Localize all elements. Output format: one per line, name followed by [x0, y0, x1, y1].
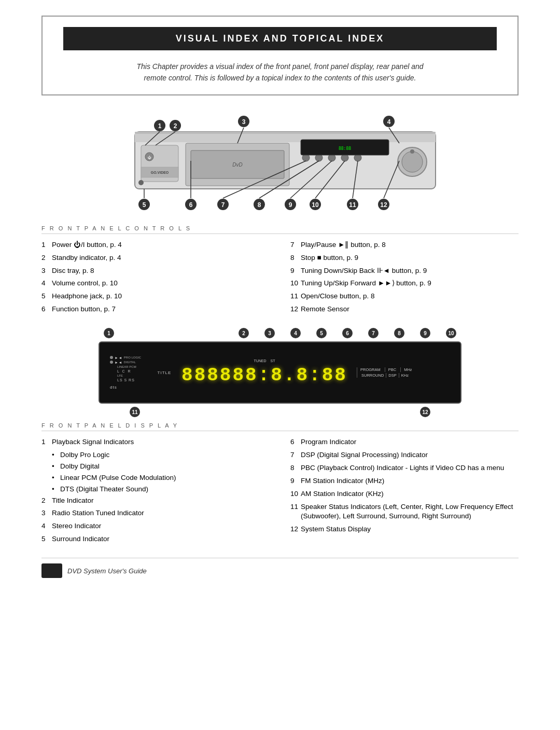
list-item: 4 Volume control, p. 10 [41, 279, 270, 288]
list-item: 10 Tuning Up/Skip Forward ►►⟩ button, p.… [290, 279, 519, 288]
program-label: PROGRAM [360, 367, 381, 372]
svg-text:7: 7 [221, 201, 225, 209]
list-item: 9 Tuning Down/Skip Back ⊪◄ button, p. 9 [290, 266, 519, 276]
list-item: 3 Disc tray, p. 8 [41, 266, 270, 276]
list-item: 1 Power ⏻/I button, p. 4 [41, 240, 270, 250]
display-callout-9: 9 [420, 328, 430, 338]
bullet-item: • Dolby Digital [41, 462, 270, 472]
display-callout-4: 4 [290, 328, 301, 338]
list-item: 8 Stop ■ button, p. 9 [290, 253, 519, 263]
bullet-item: • DTS (Digital Theater Sound) [41, 485, 270, 494]
stereo-indicator-text: Stereo Indicator [52, 521, 270, 531]
footer-logo-box [41, 563, 62, 578]
list-item: 10 AM Station Indicator (KHz) [290, 489, 519, 499]
khz-label: KHz [399, 373, 409, 378]
list-item: 5 Surround Indicator [41, 534, 270, 544]
footer-text: DVD System User's Guide [67, 567, 147, 575]
display-callout-1: 1 [104, 328, 114, 338]
svg-text:9: 9 [289, 201, 292, 209]
tuned-label: TUNED [254, 359, 266, 363]
svg-text:GO.VIDEO: GO.VIDEO [151, 171, 169, 174]
title-indicator-text: Title Indicator [52, 496, 270, 506]
list-item: 12 Remote Sensor [290, 305, 519, 314]
list-item: 11 Open/Close button, p. 8 [290, 292, 519, 301]
controls-section-title: F R O N T P A N E L C O N T R O L S [41, 225, 519, 234]
chapter-subtitle: This Chapter provides a visual index of … [63, 61, 497, 84]
fpd-section-title: F R O N T P A N E L D I S P L A Y [41, 422, 519, 431]
display-digits: 888888:8.8:88 [181, 365, 347, 386]
dsp-label: DSP [386, 373, 396, 378]
pbc-label: PBC [385, 367, 396, 372]
svg-point-28 [410, 149, 414, 154]
svg-point-27 [402, 151, 423, 172]
display-callout-2: 2 [239, 328, 249, 338]
front-panel-diagram: 1 2 3 4 ⏻ GO.VIDEO DvD [41, 111, 519, 220]
list-item: 3 Radio Station Tuned Indicator [41, 508, 270, 518]
bullet-item: • Dolby Pro Logic [41, 450, 270, 460]
list-item: 9 FM Station Indicator (MHz) [290, 476, 519, 486]
fpd-left-col: 1 Playback Signal Indicators • Dolby Pro… [41, 437, 270, 547]
display-callout-5: 5 [316, 328, 327, 338]
list-item: 2 Standby indicator, p. 4 [41, 253, 270, 263]
list-item: 11 Speaker Status Indicators (Left, Cent… [290, 502, 519, 522]
display-top-row: TUNED ST [254, 359, 275, 363]
display-right-labels: PROGRAM PBC MHz SURROUND DSP KHz [357, 367, 450, 378]
front-panel-controls-section: F R O N T P A N E L C O N T R O L S 1 Po… [41, 225, 519, 318]
svg-text:5: 5 [143, 201, 146, 209]
surround-indicator-text: Surround Indicator [52, 534, 270, 544]
list-item: 1 Playback Signal Indicators [41, 437, 270, 447]
list-item: 6 Program Indicator [290, 437, 519, 447]
title-indicator-label: TITLE [157, 370, 172, 375]
chapter-header: VISUAL INDEX AND TOPICAL INDEX [63, 27, 497, 50]
list-item: 6 Function button, p. 7 [41, 305, 270, 314]
svg-text:12: 12 [380, 201, 387, 209]
svg-text:2: 2 [174, 122, 177, 130]
list-item: 7 DSP (Digital Signal Processing) Indica… [290, 450, 519, 460]
radio-station-tuned-indicator-text: Radio Station Tuned Indicator [52, 508, 270, 518]
display-panel-box: ►◄ PRO LOGIC ►◄ DIGITAL LINEAR PCM L C R [99, 341, 461, 404]
display-callout-12: 12 [420, 407, 430, 417]
svg-text:8: 8 [258, 201, 261, 209]
mhz-label: MHz [400, 367, 412, 372]
svg-text:88:88: 88:88 [339, 146, 351, 151]
svg-text:11: 11 [349, 201, 356, 209]
footer-bar: DVD System User's Guide [41, 558, 519, 578]
svg-text:1: 1 [158, 122, 162, 130]
svg-text:DvD: DvD [232, 162, 242, 168]
controls-right-col: 7 Play/Pause ►‖ button, p. 8 8 Stop ■ bu… [290, 240, 519, 318]
display-callout-3: 3 [264, 328, 275, 338]
surround-label-disp: SURROUND [361, 373, 384, 378]
svg-rect-10 [135, 132, 436, 134]
st-label: ST [271, 359, 275, 363]
playback-signal-indicators-text: Playback Signal Indicators [52, 437, 270, 447]
display-callout-6: 6 [342, 328, 353, 338]
front-panel-display-section: F R O N T P A N E L D I S P L A Y 1 Play… [41, 422, 519, 547]
svg-text:4: 4 [387, 118, 391, 126]
display-panel-section: 1 2 3 4 5 6 7 8 9 10 ►◄ [41, 328, 519, 417]
svg-point-29 [138, 180, 144, 185]
svg-text:6: 6 [189, 201, 193, 209]
svg-text:⏻: ⏻ [148, 156, 151, 159]
bullet-item: • Linear PCM (Pulse Code Modulation) [41, 473, 270, 483]
left-indicators: ►◄ PRO LOGIC ►◄ DIGITAL LINEAR PCM L C R [110, 356, 151, 390]
display-callout-10: 10 [446, 328, 456, 338]
svg-text:10: 10 [312, 201, 319, 209]
list-item: 4 Stereo Indicator [41, 521, 270, 531]
list-item: 5 Headphone jack, p. 10 [41, 292, 270, 301]
fpd-right-col: 6 Program Indicator 7 DSP (Digital Signa… [290, 437, 519, 547]
list-item: 8 PBC (Playback Control) Indicator - Lig… [290, 463, 519, 473]
list-item: 12 System Status Display [290, 525, 519, 534]
display-callout-11: 11 [130, 407, 140, 417]
list-item: 7 Play/Pause ►‖ button, p. 8 [290, 240, 519, 250]
controls-left-col: 1 Power ⏻/I button, p. 4 2 Standby indic… [41, 240, 270, 318]
display-callout-7: 7 [368, 328, 379, 338]
display-callout-8: 8 [394, 328, 404, 338]
list-item: 2 Title Indicator [41, 496, 270, 506]
svg-text:3: 3 [242, 118, 246, 126]
